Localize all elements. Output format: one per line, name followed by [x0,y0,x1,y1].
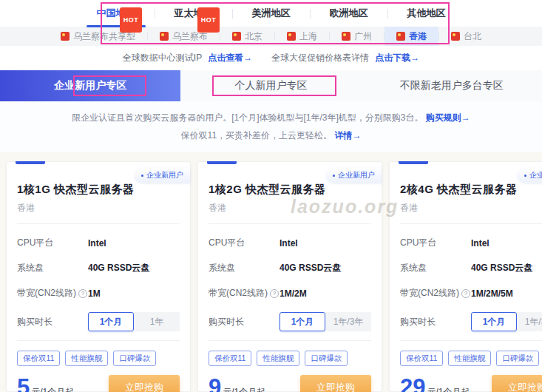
notice-line-1: 限企业认证且首次购买云服务器的用户。[1个月]体验机型与[1年/3年]机型，分别… [72,112,470,124]
duration-option-1month[interactable]: 1个月 [88,312,134,331]
spec-label: CPU平台 [17,237,88,249]
region-tab-europe[interactable]: 欧洲地区 [311,2,387,24]
duration-option-1year-3year[interactable]: 1年/3年 [325,312,371,331]
enterprise-new-user-badge: 企业新用户 [135,168,190,183]
badge-label: 企业新用户 [338,170,375,180]
spec-row-bandwidth: 带宽(CN2线路) ? 1M/2M [209,287,371,300]
price: 29 元/1个月起 [400,376,470,392]
section-tab-bar: 企业新用户专区 个人新用户专区 不限新老用户多台专区 [0,70,542,101]
buy-now-button[interactable]: 立即抢购 [109,375,180,392]
spec-row-disk: 系统盘 40G RSSD云盘 [209,262,371,274]
city-tab-hongkong[interactable]: 香港 [385,27,438,46]
details-link[interactable]: 详情→ [334,130,361,141]
notice-text: 限企业认证且首次购买云服务器的用户。[1个月]体验机型与[1年/3年]机型，分别… [72,112,423,123]
promo-tags: 保价双11 性能旗舰 口碑爆款 [209,351,371,366]
promo-tag: 口碑爆款 [496,351,539,366]
help-icon[interactable]: ? [270,289,279,298]
region-tab-other[interactable]: 其他地区 [388,2,465,24]
promo-tag: 性能旗舰 [448,351,491,366]
spec-value: 40G RSSD云盘 [88,262,149,274]
duration-toggle-group: 1个月 1年/3年 [280,312,371,331]
china-flag-icon [287,32,296,41]
tab-personal-new-user[interactable]: 个人新用户专区 [180,70,361,101]
promo-tag: 保价双11 [209,351,251,366]
spec-row-cpu: CPU平台 Intel [209,237,371,249]
region-tab-america[interactable]: 美洲地区 [233,2,310,24]
spec-value: 1M/2M [280,288,307,299]
duration-option-1year-3year[interactable]: 1年/3年 [517,312,542,331]
hot-badge: HOT [197,7,220,33]
region-tab-label: 欧洲地区 [330,7,368,18]
card-region: 香港 [17,202,180,214]
price-amount: 9 [209,376,221,392]
enterprise-new-user-badge: 企业新用户 [518,168,542,183]
promo-tag: 口碑爆款 [113,351,156,366]
hot-badge: HOT [120,7,143,33]
duration-label: 购买时长 [17,316,88,328]
badge-dot-icon [333,175,335,177]
help-icon[interactable]: ? [461,289,470,298]
region-tab-label: 美洲地区 [252,7,291,18]
duration-option-1month[interactable]: 1个月 [471,312,517,331]
promo-tag: 保价双11 [17,351,60,366]
duration-toggle-group: 1个月 1年/3年 [471,312,542,331]
duration-row: 购买时长 1个月 1年 [17,312,180,331]
city-tab-guangzhou[interactable]: 广州 [330,27,384,46]
spec-label: 带宽(CN2线路) ? [17,287,88,300]
enterprise-new-user-badge: 企业新用户 [326,168,382,183]
city-label: 广州 [354,30,372,43]
region-tab-china[interactable]: 中国地区 HOT [78,2,155,24]
promo-tags: 保价双11 性能旗舰 口碑爆款 [17,351,180,366]
divider [209,340,371,341]
price: 9 元/1个月起 [209,376,265,392]
city-label: 台北 [464,30,481,43]
card-region: 香港 [400,202,542,214]
duration-option-1month[interactable]: 1个月 [280,312,325,331]
spec-label: 系统盘 [209,262,280,274]
price-unit: 元/1个月起 [31,386,74,392]
duration-toggle-group: 1个月 1年 [88,312,180,331]
card-accent-bar [16,161,45,164]
duration-row: 购买时长 1个月 1年/3年 [209,312,371,331]
region-tab-asia-pacific[interactable]: 亚太地区 HOT [155,2,232,24]
spec-value: Intel [471,238,490,249]
tab-all-users-multi[interactable]: 不限新老用户多台专区 [362,70,542,101]
spec-label: CPU平台 [209,237,280,249]
city-tab-taipei[interactable]: 台北 [439,27,493,46]
pricelist-link[interactable]: 点击下载→ [375,52,419,64]
promo-tags: 保价双11 性能旗舰 口碑爆款 [400,351,542,366]
divider [17,340,180,341]
spec-label-text: 带宽(CN2线路) [17,287,76,300]
spec-label: 系统盘 [400,262,471,274]
price-unit: 元/1个月起 [427,386,470,392]
duration-option-1year[interactable]: 1年 [134,312,180,331]
help-icon[interactable]: ? [78,289,87,298]
info-bar: 全球数据中心测试IP 点击查看→ 全球大促促销价格表详情 点击下载→ [0,46,542,70]
purchase-rules-link[interactable]: 购买规则→ [426,112,470,123]
spec-label: 系统盘 [17,262,88,274]
price-unit: 元/1个月起 [223,386,265,392]
notice-line-2: 保价双11，买贵补差价，上云更轻松。 详情→ [181,129,362,142]
section-tab-label: 不限新老用户多台专区 [400,79,504,92]
buy-now-button[interactable]: 立即抢购 [492,375,542,392]
city-label: 上海 [299,30,317,43]
spec-row-bandwidth: 带宽(CN2线路) ? 1M/2M/5M [400,287,542,300]
spec-value: 1M/2M/5M [471,288,513,299]
spec-row-disk: 系统盘 40G RSSD云盘 [17,262,180,274]
divider [400,223,542,224]
china-flag-icon [396,32,405,41]
tab-enterprise-new-user[interactable]: 企业新用户专区 [0,70,180,101]
china-flag-icon [61,32,70,41]
promo-tag: 保价双11 [400,351,443,366]
city-tab-beijing[interactable]: 北京 [220,27,274,46]
city-tab-shanghai[interactable]: 上海 [275,27,329,46]
spec-value: Intel [280,238,298,249]
spec-label-text: 带宽(CN2线路) [209,287,268,300]
duration-row: 购买时长 1个月 1年/3年 [400,312,542,331]
buy-now-button[interactable]: 立即抢购 [300,375,371,392]
spec-row-cpu: CPU平台 Intel [17,237,180,249]
china-flag-icon [342,32,350,41]
spec-label: 带宽(CN2线路) ? [400,287,471,300]
speedtest-link[interactable]: 点击查看→ [208,52,252,64]
spec-value: 1M [88,288,101,299]
